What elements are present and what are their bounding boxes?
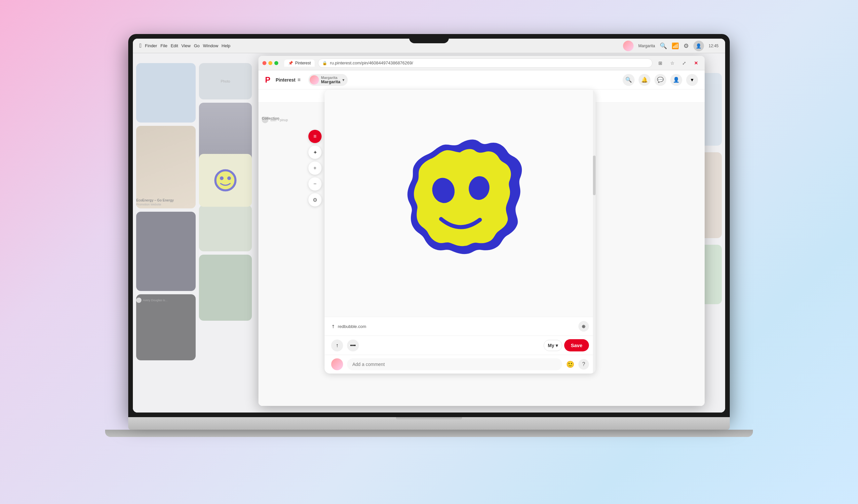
- board-selector-dropdown[interactable]: My ▾: [544, 340, 562, 351]
- source-url-text: redbubble.com: [338, 324, 366, 329]
- macos-user-icon[interactable]: 👤: [694, 40, 704, 51]
- bg-pin: [199, 205, 252, 251]
- expand-button[interactable]: ⤢: [680, 59, 689, 68]
- macos-time: 12:45: [709, 44, 718, 48]
- macos-username: Margarita: [638, 44, 655, 48]
- menu-file[interactable]: File: [160, 43, 167, 48]
- pinterest-nav-bar: P Pinterest ≡ Margarita: [258, 70, 705, 90]
- laptop-bottom-bar: [105, 430, 753, 437]
- pin-source-link[interactable]: ↗ redbubble.com: [331, 324, 366, 329]
- user-display-name: Margarita Margarita: [321, 76, 340, 84]
- settings-icon[interactable]: ⚙: [683, 42, 689, 50]
- menu-window[interactable]: Window: [203, 43, 218, 48]
- menu-view[interactable]: View: [181, 43, 191, 48]
- minimize-window-button[interactable]: [268, 61, 272, 65]
- my-save-label: My: [548, 343, 554, 348]
- screen:  Finder File Edit View Go Window Help M…: [133, 39, 725, 412]
- menu-go[interactable]: Go: [194, 43, 200, 48]
- macos-right-icons: Margarita 🔍 📶 ⚙ 👤 12:45: [623, 40, 718, 51]
- trackpad-notch: [396, 417, 462, 420]
- bg-pin: [136, 212, 196, 291]
- browser-window: 📌 Pinterest 🔒 ru.pinterest.com/pin/46084…: [258, 56, 705, 406]
- bg-smiley-pin: [199, 154, 252, 207]
- pin-detail-scrollbar[interactable]: [593, 90, 595, 374]
- browser-traffic-lights: [263, 61, 278, 65]
- menu-finder[interactable]: Finder: [145, 43, 157, 48]
- profile-button[interactable]: 👤: [670, 74, 682, 86]
- scrollbar-thumb: [593, 156, 595, 195]
- bg-pin: [199, 103, 252, 202]
- bg-pin: [199, 255, 252, 321]
- upload-share-button[interactable]: ↑: [331, 340, 343, 352]
- commenter-avatar: [331, 358, 343, 370]
- external-link-icon: ↗: [330, 323, 336, 330]
- maximize-window-button[interactable]: [274, 61, 278, 65]
- help-button[interactable]: ?: [578, 359, 589, 370]
- screen-bezel:  Finder File Edit View Go Window Help M…: [128, 34, 730, 417]
- bg-pin: [136, 294, 196, 360]
- bg-pin-text: EcoEnergy – Go Energy Promotion Website: [136, 198, 196, 208]
- user-avatar: [310, 75, 319, 84]
- laptop-base: [128, 417, 730, 430]
- user-profile-badge[interactable]: Margarita Margarita ▾: [308, 74, 348, 86]
- browser-chrome-bar: 📌 Pinterest 🔒 ru.pinterest.com/pin/46084…: [258, 56, 705, 70]
- pin-detail-modal: ↗ redbubble.com ⊕ ↑ •••: [324, 90, 595, 374]
- bg-left-pins: user • pinup Collection: [258, 113, 323, 406]
- menu-edit[interactable]: Edit: [171, 43, 178, 48]
- notifications-button[interactable]: 🔔: [638, 74, 650, 86]
- svg-point-2: [227, 176, 231, 180]
- visual-search-button[interactable]: ⊕: [578, 321, 589, 331]
- tab-title: Pinterest: [295, 61, 311, 65]
- close-window-button[interactable]: [263, 61, 266, 65]
- laptop:  Finder File Edit View Go Window Help M…: [115, 34, 743, 470]
- bg-pins-left: Photo EcoEnergy – Go Energy Promotion We: [133, 53, 258, 412]
- svg-point-0: [216, 170, 236, 191]
- browser-url-bar[interactable]: 🔒 ru.pinterest.com/pin/46084497438687626…: [318, 59, 652, 68]
- pinterest-logo: P: [265, 75, 270, 84]
- content-area: Photo EcoEnergy – Go Energy Promotion We: [133, 53, 725, 412]
- dropdown-chevron-icon: ▾: [343, 78, 344, 82]
- hamburger-icon: ≡: [298, 77, 300, 83]
- share-tab-button[interactable]: ⊞: [656, 59, 665, 68]
- camera-notch: [409, 34, 449, 43]
- bg-collection-label: Collection: [262, 113, 288, 123]
- active-tab[interactable]: 📌 Pinterest: [284, 60, 315, 67]
- dropdown-arrow-icon: ▾: [556, 343, 558, 348]
- comment-input-field[interactable]: [347, 358, 562, 370]
- bg-pin: Photo: [199, 63, 252, 99]
- pin-actions-bar: ↑ ••• My ▾ Save: [324, 336, 595, 355]
- apple-logo-icon: : [140, 42, 142, 49]
- pin-image-area: [324, 90, 595, 317]
- close-button[interactable]: ✕: [692, 59, 701, 68]
- browser-action-buttons: ⊞ ☆ ⤢ ✕: [656, 59, 701, 68]
- bg-pin: [136, 63, 196, 123]
- pinterest-home-label: Pinterest: [276, 77, 296, 83]
- more-options-button[interactable]: •••: [347, 340, 359, 352]
- emoji-picker-button[interactable]: 🙂: [566, 360, 574, 368]
- url-text: ru.pinterest.com/pin/460844974386876269/: [330, 61, 413, 65]
- bg-pin-username: Avery Douglas is...: [136, 297, 168, 303]
- search-nav-button[interactable]: 🔍: [623, 74, 635, 86]
- bookmark-button[interactable]: ☆: [668, 59, 677, 68]
- smiley-image: [381, 124, 539, 282]
- menu-help[interactable]: Help: [221, 43, 231, 48]
- user-avatar-icon: [623, 40, 634, 51]
- lock-icon: 🔒: [322, 61, 327, 65]
- svg-point-1: [220, 176, 223, 180]
- pin-comment-bar: 🙂 ?: [324, 355, 595, 374]
- pinterest-nav-icons: 🔍 🔔 💬 👤 ▾: [623, 74, 698, 86]
- tab-favicon: 📌: [288, 61, 293, 65]
- pinterest-page: P Pinterest ≡ Margarita: [258, 70, 705, 406]
- save-pin-button[interactable]: Save: [564, 339, 589, 352]
- bg-pin: [136, 126, 196, 208]
- pinterest-home-area[interactable]: Pinterest ≡: [276, 77, 300, 83]
- browser-tabs: 📌 Pinterest: [284, 60, 315, 67]
- save-group: My ▾ Save: [544, 339, 589, 352]
- macos-left-menu:  Finder File Edit View Go Window Help: [140, 42, 231, 49]
- pin-source-bar: ↗ redbubble.com ⊕: [324, 317, 595, 336]
- browser-content-area: P Pinterest ≡ Margarita: [258, 70, 705, 406]
- wifi-icon: 📶: [672, 42, 679, 50]
- search-icon[interactable]: 🔍: [660, 42, 667, 50]
- messages-button[interactable]: 💬: [654, 74, 666, 86]
- more-button[interactable]: ▾: [686, 74, 698, 86]
